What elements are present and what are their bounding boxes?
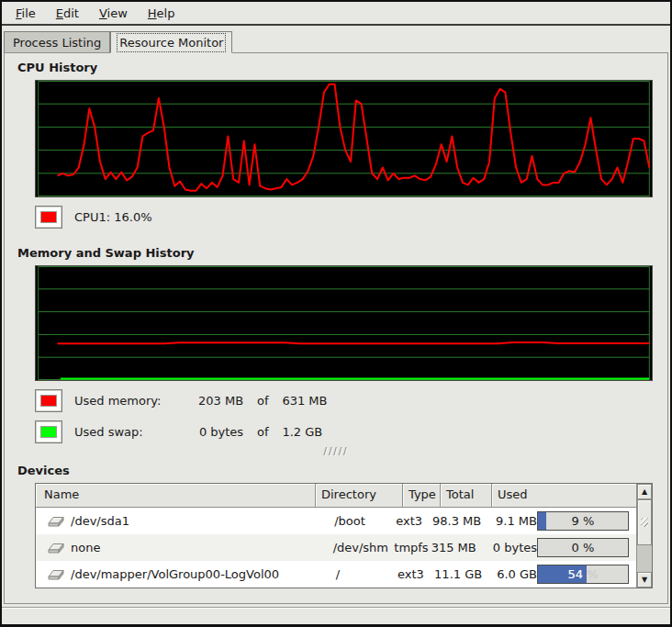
memory-total-value: 631 MB [282,394,327,408]
system-monitor-window: File Edit View Help Process Listing Reso… [0,0,672,627]
cpu-legend-label: CPU1: 16.0% [74,210,152,224]
device-type: ext3 [393,514,430,528]
swap-color-swatch [40,426,57,438]
memory-color-swatch [40,395,57,407]
memory-swap-graph [35,265,653,381]
arrow-up-icon: ▲ [642,487,647,496]
disk-drive-icon [48,515,64,528]
cpu-history-graph [35,80,653,197]
device-directory: / [309,567,395,581]
arrow-down-icon: ▼ [642,576,647,584]
disk-drive-icon [48,568,64,581]
tab-process-listing[interactable]: Process Listing [4,31,110,52]
memory-used-value: 203 MB [186,394,243,408]
device-total: 98.3 MB [430,514,481,528]
device-total: 11.1 GB [431,567,482,581]
device-used: 6.0 GB [497,567,537,581]
menu-edit[interactable]: Edit [48,4,87,23]
used-percent-bar: 9 % 9 % [537,511,629,531]
swap-legend-label: Used swap: [74,425,183,439]
column-header-directory[interactable]: Directory [316,484,403,508]
menu-bar: File Edit View Help [2,2,670,26]
swap-total-value: 1.2 GB [282,425,322,439]
devices-title: Devices [17,464,655,477]
device-name: /dev/sda1 [71,514,129,528]
scrollbar-trough[interactable] [637,545,652,572]
menu-view[interactable]: View [91,4,136,23]
pane-resize-grip[interactable]: ///// [17,447,655,458]
menu-help[interactable]: Help [140,4,184,23]
menu-file[interactable]: File [7,4,44,23]
table-row[interactable]: /dev/sda1 /boot ext3 98.3 MB 9.1 MB 9 % … [36,508,636,534]
column-header-type[interactable]: Type [403,484,441,508]
devices-table: Name Directory Type Total Used [35,483,653,588]
disk-drive-icon [48,542,64,554]
cpu-history-chart [36,81,652,196]
column-header-used[interactable]: Used [492,484,636,508]
vertical-scrollbar: ▲ ▼ [636,484,652,588]
swap-of-label: of [247,425,278,439]
memory-legend: Used memory: 203 MB of 631 MB [35,388,655,412]
device-used: 0 bytes [493,541,537,554]
used-percent-bar: 54 % 54 % [537,565,629,584]
memory-legend-label: Used memory: [74,394,183,408]
device-name: none [71,541,100,554]
memory-history-title: Memory and Swap History [17,246,655,260]
device-type: tmpfs [391,541,428,554]
used-percent-label: 9 % [538,512,628,530]
table-row[interactable]: /dev/mapper/VolGroup00-LogVol00 / ext3 1… [36,561,636,588]
memory-swap-chart [36,266,652,380]
column-header-name[interactable]: Name [36,484,316,508]
notebook-tabs: Process Listing Resource Monitor [2,26,670,52]
cpu-legend: CPU1: 16.0% [35,205,655,229]
device-name: /dev/mapper/VolGroup00-LogVol00 [71,567,279,581]
device-directory: /boot [308,514,393,528]
device-directory: /dev/shm [307,541,392,554]
memory-of-label: of [247,394,278,408]
scroll-down-button[interactable]: ▼ [637,572,652,588]
scroll-up-button[interactable]: ▲ [637,484,652,499]
table-row[interactable]: none /dev/shm tmpfs 315 MB 0 bytes 0 % 0… [36,534,636,561]
device-total: 315 MB [429,541,478,554]
column-header-total[interactable]: Total [441,484,492,508]
cpu-color-button[interactable] [35,206,62,229]
cpu-color-swatch [40,211,57,223]
swap-legend: Used swap: 0 bytes of 1.2 GB [35,420,655,443]
tab-resource-monitor[interactable]: Resource Monitor [110,31,232,53]
used-percent-bar: 0 % 0 % [537,538,629,557]
devices-section: Devices Name Directory Type Total Used [17,464,655,588]
memory-color-button[interactable] [35,389,62,412]
swap-used-value: 0 bytes [186,425,243,439]
devices-table-header: Name Directory Type Total Used [36,484,636,508]
swap-color-button[interactable] [35,420,62,443]
used-percent-label: 0 % [538,539,628,556]
cpu-history-title: CPU History [17,61,655,74]
scrollbar-thumb[interactable] [637,499,652,545]
resource-monitor-page: CPU History CPU1: 16.0% Memory and Swap … [4,52,668,604]
status-bar [2,607,670,624]
device-used: 9.1 MB [496,514,537,528]
device-type: ext3 [395,567,431,581]
